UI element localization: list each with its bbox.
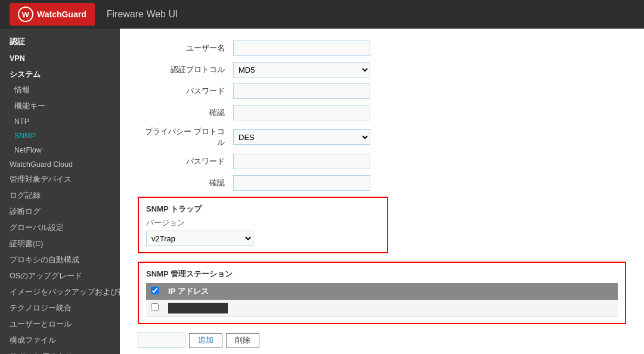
add-delete-row: 追加 削除 <box>138 333 626 348</box>
logo: W WatchGuard <box>10 3 95 26</box>
sidebar-item-managed_devices[interactable]: 管理対象デバイス <box>0 172 120 188</box>
confirm-label: 確認 <box>138 107 233 118</box>
sidebar-item-backup_restore[interactable]: イメージをバックアップおよび復元する <box>0 284 120 300</box>
add-button[interactable]: 追加 <box>189 333 222 348</box>
header-checkbox-cell <box>146 283 163 300</box>
sidebar-item-ntp[interactable]: NTP <box>0 114 120 129</box>
confirm2-label: 確認 <box>138 178 233 188</box>
username-input[interactable] <box>233 41 370 56</box>
main-content: ユーザー名 認証プロトコル MD5 SHA パスワード 確認 プライバシー プロ… <box>120 29 644 354</box>
sidebar-item-log_records[interactable]: ログ記録 <box>0 188 120 204</box>
privacy-protocol-label: プライバシー プロトコル <box>138 126 233 148</box>
row-checkbox-cell <box>146 300 163 317</box>
ip-block <box>168 303 228 313</box>
privacy-protocol-select[interactable]: DES AES <box>233 129 370 145</box>
snmp-mgmt-title: SNMP 管理ステーション <box>146 269 618 280</box>
auth-protocol-row: 認証プロトコル MD5 SHA <box>138 62 626 77</box>
sidebar-item-global_settings[interactable]: グローバル設定 <box>0 220 120 236</box>
page-title: Fireware Web UI <box>107 9 178 20</box>
sidebar-item-proxy_auto[interactable]: プロキシの自動構成 <box>0 252 120 268</box>
row-checkbox[interactable] <box>151 303 159 311</box>
snmp-trap-section: SNMP トラップ バージョン v1Trap v2Trap v3Trap <box>138 197 388 253</box>
sidebar-item-users_roles[interactable]: ユーザーとロール <box>0 316 120 333</box>
sidebar: 認証VPNシステム情報機能キーNTPSNMPNetFlowWatchGuard … <box>0 29 120 354</box>
confirm-input[interactable] <box>233 105 370 120</box>
logo-text: WatchGuard <box>37 10 86 19</box>
sidebar-item-technology[interactable]: テクノロジー統合 <box>0 300 120 316</box>
mgmt-table: IP アドレス <box>146 283 618 317</box>
snmp-trap-version-select[interactable]: v1Trap v2Trap v3Trap <box>146 231 253 246</box>
password2-label: パスワード <box>138 156 233 167</box>
sidebar-item-license[interactable]: 機能キー <box>0 98 120 114</box>
snmp-trap-title: SNMP トラップ <box>146 204 380 215</box>
logo-w-letter: W <box>22 10 29 19</box>
logo-circle: W <box>18 7 33 22</box>
confirm2-row: 確認 <box>138 175 626 191</box>
sidebar-item-snmp[interactable]: SNMP <box>0 129 120 143</box>
password-label: パスワード <box>138 86 233 97</box>
snmp-mgmt-section: SNMP 管理ステーション IP アドレス <box>138 262 626 324</box>
username-row: ユーザー名 <box>138 41 626 56</box>
app-header: W WatchGuard Fireware Web UI <box>0 0 644 29</box>
ip-cell <box>163 300 618 317</box>
sidebar-item-netflow[interactable]: NetFlow <box>0 143 120 157</box>
auth-protocol-select[interactable]: MD5 SHA <box>233 62 370 77</box>
password2-input[interactable] <box>233 154 370 169</box>
snmp-trap-version-label: バージョン <box>146 218 380 228</box>
main-layout: 認証VPNシステム情報機能キーNTPSNMPNetFlowWatchGuard … <box>0 29 644 354</box>
sidebar-item-os_upgrade[interactable]: OSのアップグレード <box>0 268 120 284</box>
confirm2-input[interactable] <box>233 175 370 191</box>
auth-protocol-label: 認証プロトコル <box>138 64 233 75</box>
sidebar-item-info[interactable]: 情報 <box>0 82 120 98</box>
sidebar-item-certificates[interactable]: 証明書(C) <box>0 236 120 252</box>
sidebar-item-watchguard_cloud[interactable]: WatchGuard Cloud <box>0 157 120 172</box>
password-input[interactable] <box>233 83 370 99</box>
header-checkbox[interactable] <box>151 287 159 294</box>
table-row <box>146 300 618 317</box>
privacy-protocol-row: プライバシー プロトコル DES AES <box>138 126 626 148</box>
sidebar-item-diag_logs[interactable]: 診断ログ <box>0 204 120 220</box>
sidebar-item-auth: 認証 <box>0 32 120 49</box>
ip-entry-input[interactable] <box>138 333 185 348</box>
username-label: ユーザー名 <box>138 43 233 54</box>
confirm-row: 確認 <box>138 105 626 120</box>
sidebar-item-system: システム <box>0 65 120 82</box>
sidebar-item-vpn: VPN <box>0 49 120 65</box>
sidebar-item-config_files[interactable]: 構成ファイル <box>0 333 120 349</box>
password-row: パスワード <box>138 83 626 99</box>
delete-button[interactable]: 削除 <box>226 333 259 348</box>
password2-row: パスワード <box>138 154 626 169</box>
sidebar-item-support_access[interactable]: サポート アクセス <box>0 349 120 354</box>
col-ip-header: IP アドレス <box>163 283 618 300</box>
